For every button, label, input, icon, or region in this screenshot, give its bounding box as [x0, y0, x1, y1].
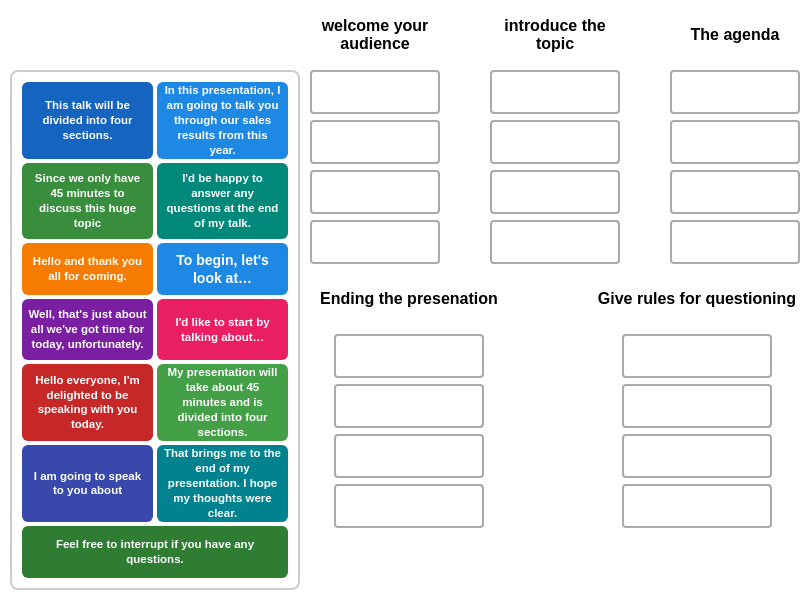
drop-box[interactable] — [670, 70, 800, 114]
col-agenda-header: The agenda — [691, 10, 780, 60]
left-panel: This talk will be divided into four sect… — [10, 70, 300, 590]
drop-box[interactable] — [622, 384, 772, 428]
card-presentation-45[interactable]: My presentation will take about 45 minut… — [157, 364, 288, 441]
drop-box[interactable] — [334, 384, 484, 428]
drop-box[interactable] — [490, 220, 620, 264]
card-just-about[interactable]: Well, that's just about all we've got ti… — [22, 299, 153, 360]
card-hello-everyone[interactable]: Hello everyone, I'm delighted to be spea… — [22, 364, 153, 441]
drop-box[interactable] — [310, 220, 440, 264]
drop-box[interactable] — [334, 334, 484, 378]
drop-box[interactable] — [310, 120, 440, 164]
card-brings-me[interactable]: That brings me to the end of my presenta… — [157, 445, 288, 522]
drop-box[interactable] — [310, 70, 440, 114]
drop-box[interactable] — [622, 434, 772, 478]
card-presentation-talk[interactable]: In this presentation, I am going to talk… — [157, 82, 288, 159]
col-ending: Ending the presenation — [320, 274, 498, 528]
drop-box[interactable] — [310, 170, 440, 214]
drop-box[interactable] — [670, 220, 800, 264]
card-45-minutes[interactable]: Since we only have 45 minutes to discuss… — [22, 163, 153, 239]
drop-box[interactable] — [490, 170, 620, 214]
col-welcome-header: welcome your audience — [310, 10, 440, 60]
col-introduce-header: introduce the topic — [490, 10, 620, 60]
col-ending-header: Ending the presenation — [320, 274, 498, 324]
right-panel: welcome your audience introduce the topi… — [310, 10, 800, 590]
drop-box[interactable] — [334, 484, 484, 528]
col-introduce: introduce the topic — [490, 10, 620, 264]
top-columns: welcome your audience introduce the topi… — [310, 10, 800, 264]
col-questions: Give rules for questioning — [598, 274, 796, 528]
drop-box[interactable] — [490, 120, 620, 164]
drop-box[interactable] — [622, 334, 772, 378]
card-start-by[interactable]: I'd like to start by talking about… — [157, 299, 288, 360]
drop-box[interactable] — [670, 120, 800, 164]
col-agenda: The agenda — [670, 10, 800, 264]
drop-box[interactable] — [334, 434, 484, 478]
card-hello-thank[interactable]: Hello and thank you all for coming. — [22, 243, 153, 295]
card-to-begin[interactable]: To begin, let's look at… — [157, 243, 288, 295]
col-welcome: welcome your audience — [310, 10, 440, 264]
drop-box[interactable] — [490, 70, 620, 114]
card-talk-divided[interactable]: This talk will be divided into four sect… — [22, 82, 153, 159]
card-happy-questions[interactable]: I'd be happy to answer any questions at … — [157, 163, 288, 239]
drop-box[interactable] — [670, 170, 800, 214]
bottom-columns: Ending the presenation Give rules for qu… — [310, 274, 800, 528]
card-going-to-speak[interactable]: I am going to speak to you about — [22, 445, 153, 522]
card-feel-free[interactable]: Feel free to interrupt if you have any q… — [22, 526, 288, 578]
col-questions-header: Give rules for questioning — [598, 274, 796, 324]
drop-box[interactable] — [622, 484, 772, 528]
